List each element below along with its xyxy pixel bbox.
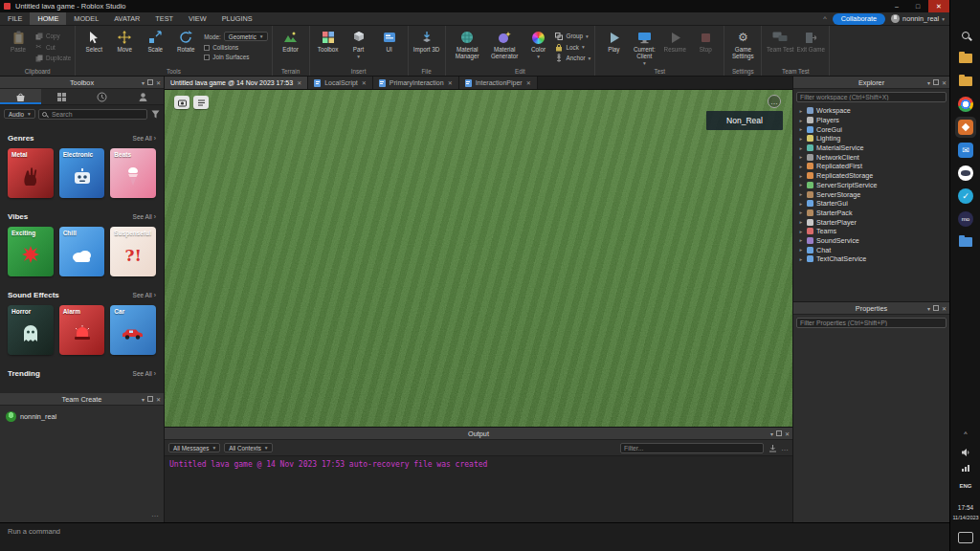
- expand-arrow-icon[interactable]: [798, 229, 804, 234]
- select-button[interactable]: Select: [79, 29, 108, 53]
- menu-avatar[interactable]: AVATAR: [106, 12, 147, 25]
- close-panel-icon[interactable]: [942, 79, 947, 86]
- close-button[interactable]: [928, 0, 949, 12]
- material-manager-button[interactable]: Material Manager: [450, 29, 485, 59]
- current-client-button[interactable]: Current: Client: [630, 29, 658, 66]
- user-chip[interactable]: nonnin_real: [891, 14, 945, 23]
- messages-filter-dropdown[interactable]: All Messages: [168, 443, 220, 452]
- see-all-link[interactable]: See All: [133, 213, 156, 220]
- 3d-viewport[interactable]: Non_Real: [165, 90, 792, 427]
- tree-item-teams[interactable]: Teams: [793, 227, 949, 236]
- filter-icon[interactable]: [150, 109, 160, 119]
- tree-item-players[interactable]: Players: [793, 116, 949, 125]
- material-generator-button[interactable]: Material Generator: [487, 29, 523, 59]
- float-panel-icon[interactable]: [776, 430, 782, 436]
- properties-filter-input[interactable]: [796, 318, 947, 328]
- expand-arrow-icon[interactable]: [798, 173, 804, 179]
- cut-button[interactable]: Cut: [34, 43, 71, 52]
- duplicate-button[interactable]: Duplicate: [34, 54, 71, 62]
- taskbar-monday-button[interactable]: mo: [955, 209, 976, 230]
- expand-arrow-icon[interactable]: [798, 201, 804, 207]
- tree-item-startergui[interactable]: StarterGui: [793, 199, 949, 209]
- taskbar-discord-button[interactable]: [955, 163, 976, 184]
- close-panel-icon[interactable]: [156, 396, 161, 403]
- output-filter-input[interactable]: [620, 443, 764, 453]
- tray-expand-icon[interactable]: [950, 430, 980, 437]
- tree-item-serverscriptservice[interactable]: ServerScriptService: [793, 181, 949, 190]
- import-3d-button[interactable]: Import 3D: [412, 29, 441, 53]
- tree-item-starterpack[interactable]: StarterPack: [793, 209, 949, 218]
- network-icon[interactable]: [950, 463, 980, 473]
- team-test-button[interactable]: Team Test: [766, 29, 794, 53]
- expand-arrow-icon[interactable]: [798, 256, 804, 262]
- maximize-button[interactable]: [907, 0, 928, 12]
- close-icon[interactable]: [297, 79, 301, 86]
- audio-card-alarm[interactable]: Alarm: [59, 305, 105, 355]
- taskbar-bluefolder-button[interactable]: [955, 231, 976, 253]
- explorer-filter-input[interactable]: [796, 92, 947, 102]
- exit-game-button[interactable]: Exit Game: [796, 29, 825, 53]
- tree-item-replicatedstorage[interactable]: ReplicatedStorage: [793, 171, 949, 181]
- tab-interactionpiper[interactable]: InteractionPiper: [459, 77, 538, 89]
- float-panel-icon[interactable]: [147, 396, 153, 402]
- clock-date[interactable]: 11/14/2023: [950, 515, 980, 520]
- float-panel-icon[interactable]: [933, 79, 939, 85]
- collaborate-button[interactable]: Collaborate: [833, 13, 885, 25]
- command-hint[interactable]: Run a command: [8, 527, 60, 536]
- mode-dropdown[interactable]: Geometric: [224, 32, 268, 41]
- chevron-down-icon[interactable]: [927, 79, 930, 86]
- close-panel-icon[interactable]: [156, 79, 161, 86]
- anchor-button[interactable]: Anchor: [555, 54, 591, 62]
- taskbar-app-button[interactable]: [955, 186, 976, 207]
- toolbox-tab-recent[interactable]: [82, 89, 123, 104]
- expand-arrow-icon[interactable]: [798, 237, 804, 243]
- color-button[interactable]: Color: [524, 29, 553, 59]
- minimize-button[interactable]: [886, 0, 907, 12]
- play-button[interactable]: Play: [599, 29, 628, 53]
- viewport-tool-button[interactable]: [174, 96, 189, 109]
- tree-item-textchatservice[interactable]: TextChatService: [793, 254, 949, 264]
- part-button[interactable]: Part: [345, 29, 373, 59]
- menu-home[interactable]: HOME: [30, 12, 66, 25]
- expand-arrow-icon[interactable]: [798, 247, 804, 253]
- taskbar-studio-button[interactable]: [955, 117, 976, 138]
- notification-center-icon[interactable]: [958, 532, 973, 543]
- tree-item-chat[interactable]: Chat: [793, 245, 949, 254]
- tree-item-soundservice[interactable]: SoundService: [793, 236, 949, 246]
- audio-card-metal[interactable]: Metal: [8, 148, 54, 198]
- audio-card-car[interactable]: Car: [110, 305, 156, 355]
- menu-model[interactable]: MODEL: [66, 12, 106, 25]
- tree-item-serverstorage[interactable]: ServerStorage: [793, 189, 949, 199]
- expand-arrow-icon[interactable]: [798, 209, 804, 215]
- tree-item-replicatedfirst[interactable]: ReplicatedFirst: [793, 162, 949, 171]
- expand-arrow-icon[interactable]: [798, 126, 804, 132]
- tree-item-lighting[interactable]: Lighting: [793, 134, 949, 143]
- menu-test[interactable]: TEST: [147, 12, 181, 25]
- viewport-options-icon[interactable]: [768, 95, 781, 108]
- more-icon[interactable]: [151, 510, 159, 518]
- taskbar-chrome-button[interactable]: [955, 94, 976, 115]
- menu-plugins[interactable]: PLUGINS: [214, 12, 260, 25]
- menu-view[interactable]: VIEW: [181, 12, 214, 25]
- expand-arrow-icon[interactable]: [798, 164, 804, 169]
- speaker-icon[interactable]: [950, 448, 980, 457]
- expand-arrow-icon[interactable]: [798, 154, 804, 160]
- contexts-filter-dropdown[interactable]: All Contexts: [224, 443, 272, 452]
- expand-arrow-icon[interactable]: [798, 219, 804, 225]
- tree-item-workspace[interactable]: Workspace: [793, 106, 949, 116]
- see-all-link[interactable]: See All: [133, 135, 156, 142]
- group-button[interactable]: Group: [555, 32, 591, 40]
- toolbox-search-input[interactable]: [38, 109, 147, 120]
- expand-arrow-icon[interactable]: [798, 182, 804, 187]
- taskbar-explorer-button[interactable]: [955, 48, 976, 69]
- see-all-link[interactable]: See All: [133, 292, 156, 298]
- move-button[interactable]: Move: [110, 29, 139, 53]
- collapse-ribbon-icon[interactable]: [823, 14, 826, 23]
- viewport-list-button[interactable]: [193, 96, 209, 109]
- team-create-user-row[interactable]: nonnin_real: [0, 406, 164, 428]
- expand-arrow-icon[interactable]: [798, 191, 804, 197]
- toolbox-tab-creations[interactable]: [122, 89, 164, 104]
- close-icon[interactable]: [362, 79, 367, 86]
- copy-button[interactable]: Copy: [34, 32, 71, 40]
- chevron-down-icon[interactable]: [770, 430, 773, 437]
